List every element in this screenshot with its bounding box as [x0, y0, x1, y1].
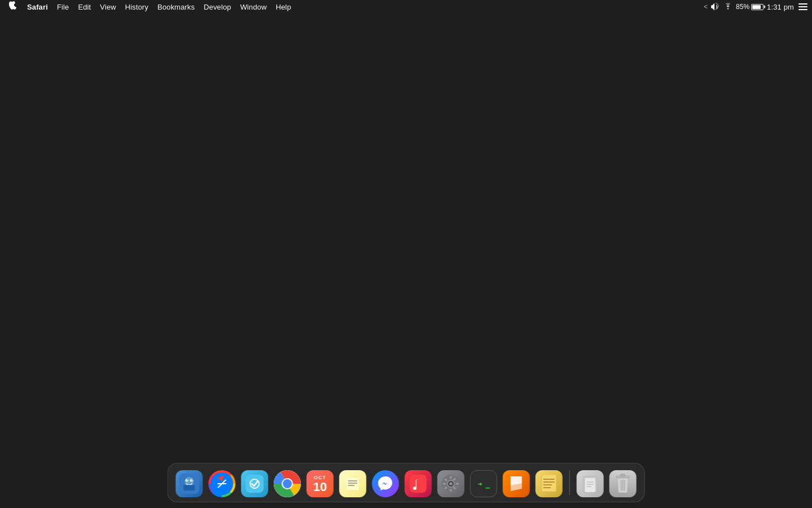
svg-rect-27 — [456, 483, 459, 485]
svg-rect-20 — [410, 475, 427, 493]
svg-point-7 — [187, 479, 188, 480]
dock-item-music[interactable] — [404, 469, 433, 498]
svg-point-23 — [449, 483, 452, 485]
menubar-left: Safari File Edit View History Bookmarks … — [5, 1, 295, 12]
battery-percentage: 85% — [736, 3, 749, 11]
dock-item-sysprefs[interactable] — [436, 469, 466, 498]
apple-menu[interactable] — [5, 1, 21, 12]
svg-rect-32 — [542, 475, 557, 492]
svg-point-8 — [191, 479, 192, 480]
dock-item-fantastical[interactable]: OCT 10 — [306, 469, 335, 498]
messenger-icon — [372, 470, 399, 497]
trash-icon — [610, 470, 637, 497]
files-icon — [577, 470, 604, 497]
menu-file[interactable]: File — [52, 2, 73, 12]
dock: OCT 10 — [167, 463, 645, 502]
svg-point-5 — [186, 479, 188, 482]
svg-rect-9 — [184, 485, 195, 491]
dock-item-safari[interactable] — [208, 469, 237, 498]
svg-rect-0 — [798, 3, 807, 5]
dock-item-trash[interactable] — [608, 469, 638, 498]
menu-window[interactable]: Window — [236, 2, 271, 12]
menu-safari[interactable]: Safari — [23, 2, 52, 12]
menu-help[interactable]: Help — [271, 2, 295, 12]
svg-point-6 — [190, 479, 193, 482]
clock: 1:31 pm — [767, 3, 794, 11]
things-icon — [241, 470, 268, 497]
menu-view[interactable]: View — [95, 2, 120, 12]
chrome-icon — [274, 470, 301, 497]
svg-point-15 — [283, 479, 292, 488]
safari-icon — [209, 470, 236, 497]
dock-item-files[interactable] — [576, 469, 605, 498]
terminal-icon: ➜ _ — [470, 470, 497, 497]
sysprefs-icon — [438, 470, 465, 497]
fantastical-icon: OCT 10 — [307, 470, 334, 497]
svg-rect-2 — [798, 9, 807, 10]
notefile-icon — [536, 470, 563, 497]
svg-rect-45 — [621, 474, 625, 476]
notes-icon — [339, 470, 367, 497]
dock-item-finder[interactable] — [175, 469, 204, 498]
svg-rect-16 — [347, 478, 359, 490]
svg-rect-40 — [585, 478, 595, 492]
dock-item-notefile[interactable] — [535, 469, 564, 498]
dock-item-terminal[interactable]: ➜ _ — [469, 469, 498, 498]
svg-rect-26 — [443, 483, 446, 485]
music-icon — [405, 470, 432, 497]
dock-item-things[interactable] — [240, 469, 270, 498]
menubar: Safari File Edit View History Bookmarks … — [0, 0, 812, 14]
dock-item-messenger[interactable] — [371, 469, 400, 498]
battery-icon — [751, 4, 764, 10]
wifi-icon[interactable] — [723, 3, 732, 11]
battery-indicator[interactable]: 85% — [736, 3, 764, 11]
dock-item-chrome[interactable] — [273, 469, 302, 498]
svg-rect-25 — [450, 489, 452, 492]
menu-list-icon[interactable] — [798, 3, 807, 11]
svg-rect-11 — [246, 475, 264, 493]
sublime-icon — [503, 470, 530, 497]
finder-icon — [176, 470, 203, 497]
dock-item-notes[interactable] — [338, 469, 368, 498]
dock-separator — [570, 470, 570, 495]
menu-edit[interactable]: Edit — [73, 2, 95, 12]
menu-bookmarks[interactable]: Bookmarks — [153, 2, 199, 12]
menu-history[interactable]: History — [121, 2, 153, 12]
dock-item-sublime[interactable] — [502, 469, 531, 498]
menubar-right: < 85% 1:31 pm — [704, 3, 807, 11]
svg-rect-24 — [450, 476, 452, 479]
desktop — [0, 14, 812, 463]
svg-rect-1 — [798, 6, 807, 7]
menu-develop[interactable]: Develop — [199, 2, 236, 12]
volume-icon[interactable] — [711, 3, 720, 11]
chevron-icon: < — [704, 3, 708, 11]
